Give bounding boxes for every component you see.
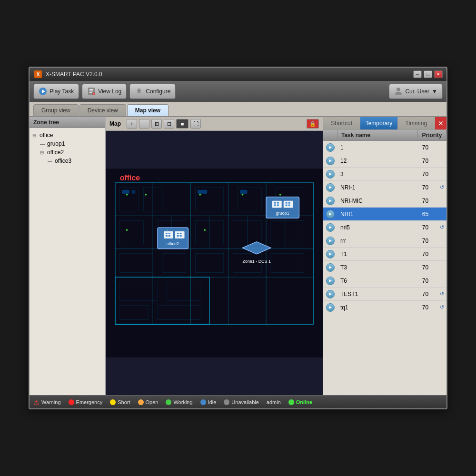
task-play-button[interactable]: ▶	[323, 290, 337, 298]
task-row[interactable]: ▶tq170↺	[323, 301, 446, 314]
svg-rect-74	[169, 233, 170, 234]
task-row[interactable]: ▶T170	[323, 248, 446, 261]
task-row[interactable]: ▶NRI-MIC70	[323, 194, 446, 208]
user-icon	[394, 87, 403, 97]
tab-group-view[interactable]: Group view	[33, 104, 79, 116]
svg-rect-48	[132, 190, 136, 194]
play-icon: ▶	[326, 197, 335, 205]
status-emergency: Emergency	[69, 399, 103, 405]
title-bar: X X-SMART PAC V2.0.0 ─ □ ✕	[30, 68, 446, 81]
configure-button[interactable]: Configure	[129, 84, 176, 99]
task-play-button[interactable]: ▶	[323, 210, 337, 218]
svg-point-54	[241, 194, 243, 196]
left-panel: Zone tree ⊟ office — gruop1 ⊟ office2	[30, 117, 106, 395]
task-play-button[interactable]: ▶	[323, 170, 337, 178]
online-dot	[288, 399, 294, 405]
unavailable-dot	[224, 399, 229, 405]
task-play-button[interactable]: ▶	[323, 237, 337, 245]
zone-tree: ⊟ office — gruop1 ⊟ office2 —	[30, 128, 105, 395]
task-name-cell: T6	[337, 278, 416, 284]
svg-rect-61	[274, 202, 276, 204]
play-icon: ▶	[326, 143, 335, 152]
tree-item-gruop1[interactable]: — gruop1	[40, 139, 102, 148]
map-alert-button[interactable]: 🔒	[307, 119, 319, 129]
tree-item-office3[interactable]: — office3	[48, 157, 102, 165]
header-task-name: Task name	[337, 130, 418, 140]
tree-expand-office: ⊟	[32, 133, 38, 138]
task-row[interactable]: ▶NRI165	[323, 208, 446, 221]
play-icon: ▶	[326, 263, 335, 272]
svg-point-58	[204, 229, 206, 231]
app-logo: X	[33, 69, 43, 79]
svg-point-56	[126, 229, 128, 231]
task-priority-cell: 70	[416, 251, 437, 258]
task-play-button[interactable]: ▶	[323, 183, 337, 192]
user-button[interactable]: Cur. User ▼	[389, 84, 443, 99]
task-row[interactable]: ▶370	[323, 168, 446, 181]
svg-point-55	[279, 194, 281, 196]
task-play-button[interactable]: ▶	[323, 197, 337, 205]
task-row[interactable]: ▶1270	[323, 154, 446, 168]
task-play-button[interactable]: ▶	[323, 263, 337, 272]
svg-rect-60	[272, 201, 282, 208]
svg-rect-67	[288, 202, 290, 204]
view-log-button[interactable]: ! View Log	[82, 84, 127, 99]
tab-device-view[interactable]: Device view	[79, 104, 126, 116]
maximize-button[interactable]: □	[424, 70, 432, 78]
tab-timming[interactable]: Timming	[398, 117, 435, 129]
task-priority-cell: 70	[416, 291, 437, 298]
main-content: Zone tree ⊟ office — gruop1 ⊟ office2	[30, 117, 446, 395]
task-row[interactable]: ▶nri570↺	[323, 221, 446, 234]
task-priority-cell: 70	[416, 224, 437, 231]
task-name-cell: tq1	[337, 304, 416, 311]
status-short: Short	[110, 399, 130, 405]
task-row[interactable]: ▶170	[323, 141, 446, 154]
task-play-button[interactable]: ▶	[323, 277, 337, 285]
tab-map-view[interactable]: Map view	[127, 104, 169, 116]
task-priority-cell: 70	[416, 238, 437, 244]
task-row[interactable]: ▶T670	[323, 274, 446, 288]
tree-label-office2: office2	[47, 149, 64, 156]
svg-rect-66	[286, 202, 288, 204]
map-tool-zoom-in[interactable]: +	[127, 119, 137, 129]
idle-dot	[200, 399, 206, 405]
task-play-button[interactable]: ▶	[323, 303, 337, 312]
tab-shortcut[interactable]: Shortcut	[323, 117, 360, 129]
tree-item-office[interactable]: ⊟ office	[32, 131, 102, 139]
short-label: Short	[118, 399, 130, 405]
play-icon: ▶	[326, 303, 335, 312]
svg-rect-75	[166, 235, 168, 237]
svg-text:!: !	[93, 93, 94, 96]
minimize-button[interactable]: ─	[413, 70, 422, 78]
task-play-button[interactable]: ▶	[323, 223, 337, 232]
task-row[interactable]: ▶T370	[323, 261, 446, 274]
task-row[interactable]: ▶rrr70	[323, 234, 446, 248]
svg-point-10	[397, 88, 400, 91]
task-row[interactable]: ▶NRI-170↺	[323, 181, 446, 194]
map-tool-zoom-out[interactable]: −	[139, 119, 149, 129]
task-priority-cell: 70	[416, 171, 437, 178]
task-name-cell: 12	[337, 158, 416, 164]
tree-leaf-gruop1: —	[40, 141, 46, 147]
play-task-button[interactable]: Play Task	[33, 84, 79, 99]
svg-rect-69	[288, 205, 290, 206]
svg-rect-49	[198, 190, 207, 194]
map-tool-dark[interactable]: ■	[176, 119, 188, 129]
task-row[interactable]: ▶TEST170↺	[323, 288, 446, 301]
task-play-button[interactable]: ▶	[323, 157, 337, 165]
map-tool-select[interactable]: ⊡	[164, 119, 174, 129]
tree-label-office3: office3	[55, 158, 71, 164]
tab-temporary[interactable]: Temporary	[360, 117, 397, 129]
tree-item-office2[interactable]: ⊟ office2	[40, 148, 102, 157]
task-priority-cell: 70	[416, 144, 437, 151]
task-name-cell: nri5	[337, 224, 416, 231]
map-tool-fit[interactable]: ⊞	[151, 119, 162, 129]
close-button[interactable]: ✕	[434, 70, 443, 78]
task-play-button[interactable]: ▶	[323, 143, 337, 152]
right-panel-close[interactable]: ✕	[435, 117, 446, 129]
map-title: Map	[109, 120, 121, 127]
map-canvas[interactable]: office	[106, 131, 323, 395]
task-play-button[interactable]: ▶	[323, 250, 337, 258]
map-tool-fullscreen[interactable]: ⛶	[190, 119, 201, 129]
status-working: Working	[166, 399, 192, 405]
